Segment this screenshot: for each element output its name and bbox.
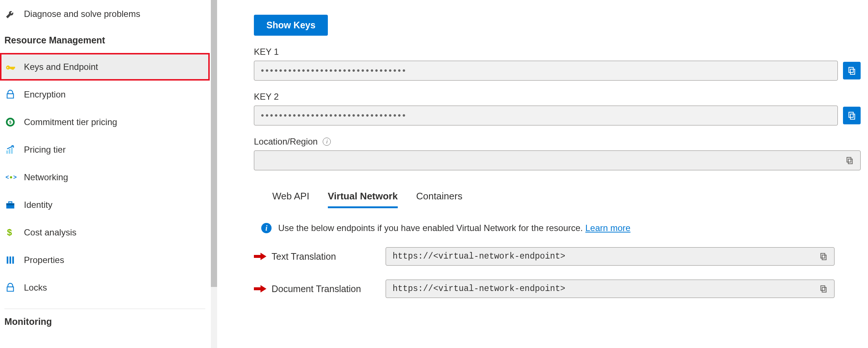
key2-input[interactable] [254,106,838,125]
svg-rect-17 [850,69,855,74]
sidebar-item-label: Networking [24,172,68,182]
sidebar: Diagnose and solve problems Resource Man… [0,0,210,348]
virtual-network-notice: i Use the below endpoints if you have en… [254,223,861,233]
copy-text-translation-button[interactable] [819,252,828,260]
sidebar-item-label: Cost analysis [24,227,77,238]
tab-web-api[interactable]: Web API [272,191,309,208]
tab-virtual-network[interactable]: Virtual Network [328,191,398,208]
dollar-icon: $. [6,227,24,238]
svg-rect-19 [850,114,855,119]
tab-containers[interactable]: Containers [416,191,463,208]
lock-icon [6,90,24,99]
copy-document-translation-button[interactable] [819,285,828,293]
sidebar-section-monitoring: Monitoring [0,309,210,334]
svg-rect-26 [821,286,825,291]
networking-icon: <> [6,173,24,181]
svg-rect-14 [7,256,8,264]
copy-icon [846,156,854,164]
key1-input[interactable] [254,61,838,81]
copy-icon [847,111,856,120]
svg-text:>: > [13,174,17,180]
sidebar-item-label: Diagnose and solve problems [24,9,140,19]
sidebar-item-label: Encryption [24,89,65,100]
svg-rect-5 [11,147,13,153]
svg-rect-15 [10,256,11,264]
svg-rect-11 [9,202,12,203]
wrench-icon [6,9,24,19]
key1-label: KEY 1 [254,47,861,57]
sidebar-item-identity[interactable]: Identity [0,191,210,219]
sidebar-item-label: Commitment tier pricing [24,117,117,127]
copy-icon [819,252,828,260]
svg-rect-22 [847,157,851,162]
copy-location-button[interactable] [846,156,854,164]
red-arrow-icon [254,252,266,260]
copy-icon [819,285,828,293]
sidebar-item-encryption[interactable]: Encryption [0,81,210,108]
location-label: Location/Region [254,136,318,147]
main-content: Show Keys KEY 1 KEY 2 Location/Region i … [254,0,868,298]
sidebar-item-label: Identity [24,200,52,210]
chart-arrow-icon [6,145,24,155]
copy-key2-button[interactable] [843,107,861,124]
sidebar-item-keys-endpoint[interactable]: Keys and Endpoint [0,53,210,81]
text-translation-label: Text Translation [272,251,386,262]
document-translation-label: Document Translation [272,284,386,294]
properties-icon [6,255,24,265]
svg-rect-21 [848,159,852,164]
sidebar-item-label: Pricing tier [24,145,65,155]
svg-rect-20 [849,112,853,117]
text-translation-value: https://<virtual-network-endpoint> [393,252,565,261]
svg-rect-18 [849,67,853,72]
show-keys-button[interactable]: Show Keys [254,15,328,36]
svg-text:<: < [6,174,9,180]
key2-label: KEY 2 [254,92,861,102]
svg-rect-25 [822,287,826,292]
red-arrow-icon [254,285,266,293]
svg-text:$: $ [9,120,11,124]
document-translation-value: https://<virtual-network-endpoint> [393,284,565,294]
info-icon: i [261,223,272,233]
svg-rect-4 [9,149,10,153]
svg-point-7 [10,176,12,178]
copy-key1-button[interactable] [843,62,861,79]
copy-icon [847,66,856,75]
sidebar-item-networking[interactable]: <> Networking [0,163,210,191]
svg-rect-16 [12,256,14,264]
dollar-circle-icon: $ [6,117,24,127]
sidebar-item-pricing-tier[interactable]: Pricing tier [0,136,210,163]
scrollbar-track[interactable] [211,0,217,348]
sidebar-section-resource-management: Resource Management [0,28,210,53]
notice-text: Use the below endpoints if you have enab… [278,223,585,233]
location-input[interactable] [254,150,861,170]
learn-more-link[interactable]: Learn more [585,223,631,233]
lock-icon [6,283,24,292]
endpoint-tabs: Web API Virtual Network Containers [254,191,861,208]
svg-rect-23 [822,255,826,260]
briefcase-icon [6,200,24,210]
text-translation-input[interactable]: https://<virtual-network-endpoint> [386,247,835,266]
sidebar-item-label: Properties [24,255,64,265]
sidebar-item-diagnose[interactable]: Diagnose and solve problems [0,0,210,28]
sidebar-item-properties[interactable]: Properties [0,246,210,274]
svg-text:.: . [11,228,12,232]
sidebar-item-commitment-tier[interactable]: $ Commitment tier pricing [0,108,210,136]
scrollbar-thumb[interactable] [211,0,217,287]
sidebar-item-label: Locks [24,283,47,293]
sidebar-item-label: Keys and Endpoint [24,62,98,72]
svg-rect-3 [6,150,8,154]
sidebar-item-cost-analysis[interactable]: $. Cost analysis [0,219,210,246]
key-icon [6,62,24,72]
info-icon[interactable]: i [323,138,331,146]
svg-rect-24 [821,253,825,258]
sidebar-item-locks[interactable]: Locks [0,274,210,301]
document-translation-input[interactable]: https://<virtual-network-endpoint> [386,280,835,298]
